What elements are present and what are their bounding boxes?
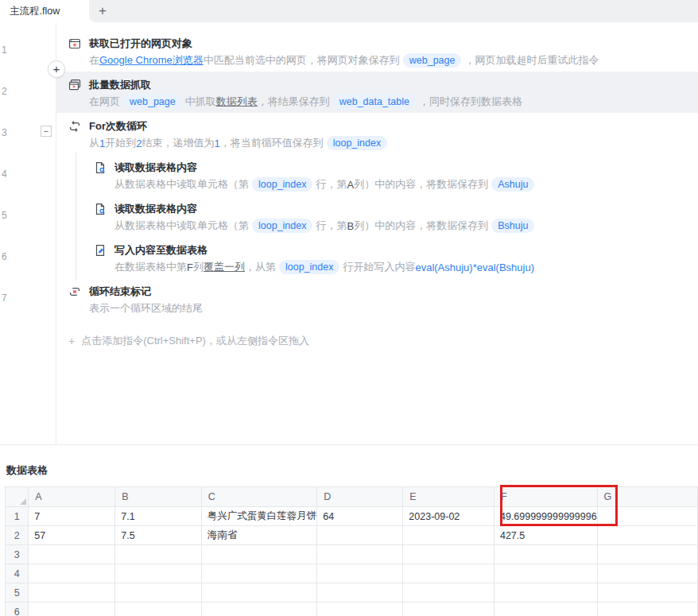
data-table-title: 数据表格 — [6, 463, 48, 478]
cell-d6[interactable] — [317, 602, 403, 616]
cell-g5[interactable] — [597, 583, 697, 602]
row-number[interactable]: 5 — [6, 583, 29, 602]
cell-d1[interactable]: 64 — [317, 507, 403, 526]
tab-main-flow[interactable]: 主流程.flow — [0, 0, 89, 22]
cell-a6[interactable] — [29, 602, 115, 616]
step-description: 从数据表格中读取单元格（第loop_index行，第A列）中的内容，将数据保存到… — [114, 176, 698, 192]
row-number[interactable]: 2 — [6, 526, 29, 545]
collapse-loop-button[interactable]: − — [41, 126, 52, 137]
browser-link[interactable]: Google Chrome浏览器 — [99, 53, 204, 68]
loop-start-value[interactable]: 1 — [99, 138, 105, 149]
cell-f5[interactable] — [494, 583, 597, 602]
cell-b4[interactable] — [115, 564, 201, 583]
variable-pill-ashuju[interactable]: Ashuju — [491, 177, 534, 192]
cell-g1[interactable] — [597, 507, 697, 526]
variable-pill-loop-index[interactable]: loop_index — [327, 136, 387, 150]
cell-b2[interactable]: 7.5 — [115, 526, 201, 545]
column-header-a[interactable]: A — [29, 487, 115, 507]
cell-c6[interactable] — [201, 602, 317, 616]
variable-pill-web-page[interactable]: web_page — [403, 53, 462, 68]
column-header-e[interactable]: E — [403, 487, 494, 507]
loop-step-value[interactable]: 1 — [214, 138, 219, 149]
variable-pill-bshuju[interactable]: Bshuju — [491, 219, 534, 233]
cell-a4[interactable] — [29, 564, 115, 583]
overwrite-mode-link[interactable]: 覆盖一列 — [204, 260, 245, 274]
cell-a1[interactable]: 7 — [29, 507, 115, 526]
table-row: 3 — [6, 545, 698, 564]
step-batch-scrape[interactable]: 批量数据抓取 在网页web_page中抓取数据列表，将结果保存到web_data… — [56, 72, 698, 113]
row-number[interactable]: 3 — [6, 545, 29, 564]
cell-g4[interactable] — [597, 564, 697, 583]
row-number[interactable]: 6 — [6, 602, 29, 616]
cell-b3[interactable] — [115, 545, 201, 564]
cell-b1[interactable]: 7.1 — [115, 507, 201, 526]
cell-c1[interactable]: 粤兴广式蛋黄白莲蓉月饼 — [201, 507, 317, 526]
cell-f4[interactable] — [494, 564, 597, 583]
browser-target-icon — [68, 37, 81, 50]
variable-pill-loop-index[interactable]: loop_index — [279, 260, 339, 274]
cell-d3[interactable] — [317, 545, 403, 564]
table-row: 1 7 7.1 粤兴广式蛋黄白莲蓉月饼 64 2023-09-02 49.699… — [6, 507, 698, 526]
cell-d5[interactable] — [317, 583, 403, 602]
variable-pill-web-data-table[interactable]: web_data_table — [333, 95, 416, 109]
column-letter[interactable]: A — [347, 179, 354, 191]
cell-c2[interactable]: 海南省 — [201, 526, 317, 545]
column-header-b[interactable]: B — [115, 487, 201, 507]
step-read-cell-b[interactable]: 读取数据表格内容 从数据表格中读取单元格（第loop_index行，第B列）中的… — [56, 196, 698, 237]
cell-g2[interactable] — [597, 526, 697, 545]
cell-d4[interactable] — [317, 564, 403, 583]
select-all-corner[interactable] — [6, 487, 29, 507]
line-number-3: 3 — [2, 127, 13, 138]
cell-f3[interactable] — [494, 545, 597, 564]
step-get-webpage[interactable]: 获取已打开的网页对象 在Google Chrome浏览器中匹配当前选中的网页，将… — [56, 30, 698, 72]
column-header-c[interactable]: C — [201, 487, 317, 507]
step-title: 读取数据表格内容 — [114, 161, 197, 175]
step-for-loop[interactable]: For次数循环 从1开始到2结束，递增值为1，将当前循环值保存到loop_ind… — [56, 113, 698, 154]
column-letter[interactable]: B — [347, 220, 354, 232]
cell-b5[interactable] — [115, 583, 201, 602]
cell-f1[interactable]: 49.699999999999996 — [494, 507, 597, 526]
cell-e3[interactable] — [403, 545, 494, 564]
data-list-link[interactable]: 数据列表 — [216, 95, 258, 109]
doc-write-icon — [94, 244, 107, 257]
column-header-d[interactable]: D — [317, 487, 403, 507]
loop-end-value[interactable]: 2 — [136, 138, 142, 149]
variable-pill-web-page[interactable]: web_page — [123, 95, 182, 109]
cell-g6[interactable] — [597, 602, 697, 616]
line-number-7: 7 — [2, 293, 13, 304]
cell-f2[interactable]: 427.5 — [494, 526, 597, 545]
row-number[interactable]: 4 — [6, 564, 29, 583]
cell-e4[interactable] — [403, 564, 494, 583]
cell-b6[interactable] — [115, 602, 201, 616]
table-row: 2 57 7.5 海南省 427.5 — [6, 526, 698, 545]
column-header-g[interactable]: G — [597, 487, 697, 507]
step-description: 从1开始到2结束，递增值为1，将当前循环值保存到loop_index — [89, 135, 698, 151]
step-read-cell-a[interactable]: 读取数据表格内容 从数据表格中读取单元格（第loop_index行，第A列）中的… — [56, 154, 698, 196]
cell-f6[interactable] — [494, 602, 597, 616]
cell-a5[interactable] — [29, 583, 115, 602]
variable-pill-loop-index[interactable]: loop_index — [252, 219, 312, 233]
cell-e1[interactable]: 2023-09-02 — [403, 507, 494, 526]
row-number[interactable]: 1 — [6, 507, 29, 526]
column-header-f[interactable]: F — [494, 487, 597, 507]
add-instruction-row[interactable]: + 点击添加指令(Ctrl+Shift+P)，或从左侧指令区拖入 — [56, 334, 698, 348]
insert-step-button[interactable]: + — [48, 60, 65, 78]
cell-g3[interactable] — [597, 545, 697, 564]
cell-e6[interactable] — [403, 602, 494, 616]
cell-c5[interactable] — [201, 583, 317, 602]
write-expression[interactable]: eval(Ashuju)*eval(Bshuju) — [415, 262, 534, 273]
cell-d2[interactable] — [317, 526, 403, 545]
cell-e5[interactable] — [403, 583, 494, 602]
cell-c4[interactable] — [201, 564, 317, 583]
column-letter[interactable]: F — [187, 262, 193, 273]
cell-a3[interactable] — [29, 545, 115, 564]
add-tab-button[interactable]: + — [93, 0, 112, 22]
cell-e2[interactable] — [403, 526, 494, 545]
step-loop-end[interactable]: 循环结束标记 表示一个循环区域的结尾 — [56, 278, 698, 320]
step-write-cell[interactable]: 写入内容至数据表格 在数据表格中第F列覆盖一列，从第loop_index行开始写… — [56, 237, 698, 278]
flow-panel: 1 2 3 4 5 6 7 + − 获取已打开的网页对象 在Google Chr… — [0, 22, 698, 445]
cell-a2[interactable]: 57 — [29, 526, 115, 545]
variable-pill-loop-index[interactable]: loop_index — [252, 177, 312, 192]
cell-c3[interactable] — [201, 545, 317, 564]
table-row: 4 — [6, 564, 698, 583]
